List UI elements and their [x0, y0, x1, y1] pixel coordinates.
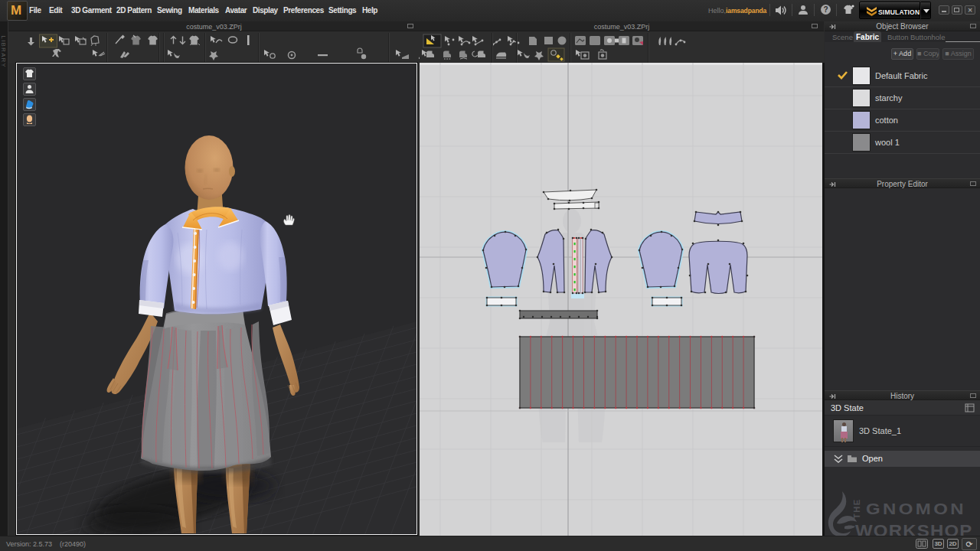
svg-text:GNOMON: GNOMON	[866, 500, 966, 517]
svg-text:WORKSHOP: WORKSHOP	[855, 521, 973, 536]
svg-text:THE: THE	[852, 499, 861, 520]
